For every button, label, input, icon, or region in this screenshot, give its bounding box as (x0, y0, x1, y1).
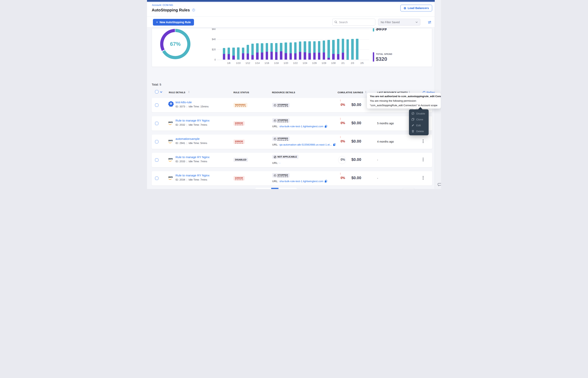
savings-gauge-tick (340, 173, 341, 175)
pagination-page-size[interactable] (402, 188, 414, 189)
savings-bar-segment (232, 48, 235, 55)
spend-bar-segment (232, 56, 235, 60)
menu-item-disable[interactable]: Disable (409, 110, 429, 116)
filter-sliders-icon[interactable] (428, 20, 432, 25)
savings-bar-segment (237, 47, 240, 60)
stop-circle-icon (274, 138, 276, 140)
copy-icon[interactable] (324, 125, 327, 128)
y-axis-label: $60 (208, 28, 216, 30)
resource-url-link[interactable]: qa-automation-alb-515563988.us-east-1.el… (280, 143, 332, 146)
total-savings-value: $659 (376, 28, 387, 31)
pagination-current-page[interactable] (271, 188, 279, 189)
rule-status-badge[interactable]: ERROR (233, 139, 245, 144)
row-checkbox[interactable] (155, 177, 158, 180)
rule-idle-time: Idle Time: 7mins (189, 160, 207, 163)
rule-name-link[interactable]: Rule to manage RY Nginx (176, 174, 209, 177)
menu-item-delete[interactable]: Delete (409, 128, 429, 134)
row-options-kebab-icon[interactable] (422, 158, 424, 162)
chat-bubble-icon[interactable] (437, 182, 441, 188)
resource-url-link[interactable]: - (280, 162, 281, 164)
rule-id: ID: 2941 (176, 142, 185, 145)
last-activity: 5 months ago (377, 122, 394, 125)
rule-status-badge[interactable]: DISABLED (233, 158, 248, 162)
last-activity: 4 months ago (377, 140, 394, 143)
rule-name-link[interactable]: Rule to manage RY Nginx (176, 119, 209, 122)
account-breadcrumb[interactable]: Account: CCM-NG (152, 3, 173, 6)
stacked-bar (332, 40, 335, 60)
stacked-bar (294, 42, 297, 60)
rule-id-line: ID: 2032|Idle Time: 7mins (176, 123, 207, 126)
resource-state-badge[interactable]: STOPPED (272, 118, 290, 123)
rule-name-link[interactable]: Rule to manage RY Nginx (176, 155, 209, 159)
resource-state-badge[interactable]: NOT APPLICABLE (272, 155, 298, 159)
kubernetes-icon: ☸ (168, 101, 174, 107)
column-rule-status: RULE STATUS (233, 91, 249, 94)
sort-icon[interactable]: ▲▼ (188, 91, 190, 93)
spend-bar-segment (223, 54, 225, 60)
resource-url-link[interactable]: sha-bulk-rule-test-1.lightwingtest.com (280, 125, 323, 128)
row-checkbox[interactable] (155, 103, 158, 107)
stacked-bar (342, 39, 344, 60)
search-icon (334, 21, 337, 24)
stacked-bar (299, 41, 301, 60)
savings-bar-segment (323, 40, 325, 53)
y-axis-label: $40 (208, 38, 216, 41)
rule-status-badge[interactable]: WARNING (233, 103, 247, 107)
rule-id-line: ID: 2034|Idle Time: 7mins (176, 178, 207, 181)
resource-url-link[interactable]: sha-bulk-rule-test-1.lightwingtest.com (280, 180, 323, 183)
row-checkbox[interactable] (155, 122, 158, 125)
copy-icon[interactable] (333, 143, 336, 146)
resource-url: URL:sha-bulk-rule-test-1.lightwingtest.c… (272, 125, 327, 128)
resource-state-badge[interactable]: STOPPED (272, 173, 290, 178)
spend-bar-segment (323, 53, 325, 60)
copy-icon[interactable] (324, 180, 327, 183)
info-icon[interactable]: i (192, 9, 195, 11)
y-axis-label: 0 (208, 58, 216, 61)
select-all-checkbox[interactable] (155, 90, 158, 94)
row-checkbox[interactable] (155, 158, 158, 162)
resource-state-badge[interactable]: STOPPED (272, 103, 290, 107)
row-options-kebab-icon[interactable] (422, 139, 424, 144)
savings-bar-segment (356, 39, 358, 60)
resource-state-badge[interactable]: STOPPED (272, 136, 290, 141)
rule-idle-time: Idle Time: 5mins (189, 142, 207, 145)
rule-name-link[interactable]: test-k8s-rule (176, 100, 192, 104)
spend-bar-segment (332, 54, 335, 60)
search-input[interactable] (339, 21, 371, 24)
savings-legend-tick (373, 28, 374, 31)
spend-bar-segment (327, 58, 330, 60)
rule-status-badge[interactable]: ERROR (233, 121, 245, 126)
delete-icon (411, 130, 414, 133)
menu-item-clone[interactable]: Clone (409, 116, 429, 122)
rule-name-link[interactable]: automationsample (176, 137, 200, 140)
sort-icon[interactable]: ▲▼ (365, 91, 366, 93)
expand-all-chevron-icon[interactable] (160, 91, 162, 93)
row-checkbox[interactable] (155, 140, 158, 143)
x-axis-label: 1/14 (253, 62, 262, 65)
stacked-bar (256, 43, 259, 60)
savings-percentage: 0% (329, 103, 345, 107)
last-activity: - (377, 158, 378, 162)
spend-bar-segment (261, 53, 263, 60)
rule-id-line: ID: 2033|Idle Time: 7mins (176, 160, 207, 163)
new-autostopping-rule-button[interactable]: + New AutoStopping Rule (153, 19, 194, 26)
column-rule-details[interactable]: RULE DETAILS (169, 91, 185, 94)
savings-bar-segment (294, 42, 297, 53)
row-options-kebab-icon[interactable] (422, 176, 424, 181)
rule-idle-time: Idle Time: 7mins (189, 123, 207, 126)
stacked-bar (337, 39, 340, 60)
spend-bar-segment (275, 52, 278, 60)
stacked-bar (261, 43, 263, 60)
stop-circle-icon (274, 174, 276, 177)
stacked-bar (308, 41, 311, 60)
saved-filter-select[interactable]: No Filter Saved (378, 19, 420, 26)
x-axis-label: 1/18 (272, 62, 281, 65)
column-cumulative-savings[interactable]: CUMULATIVE SAVINGS (338, 91, 363, 94)
aws-icon: aws (168, 138, 174, 144)
menu-item-edit[interactable]: Edit (409, 122, 429, 128)
stacked-bar (313, 41, 316, 60)
spend-bar-segment (304, 52, 306, 60)
stacked-bar (285, 42, 287, 60)
rule-status-badge[interactable]: ERROR (233, 176, 245, 181)
load-balancers-button[interactable]: ⚙ Load Balancers (400, 5, 432, 11)
